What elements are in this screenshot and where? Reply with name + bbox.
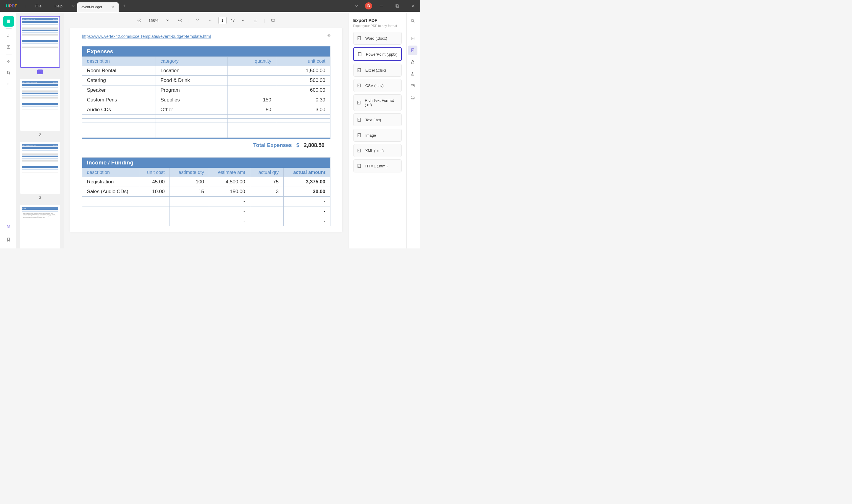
expenses-total: Total Expenses $ 2,808.50 [82, 142, 330, 148]
add-tab-button[interactable]: + [119, 3, 130, 8]
zoom-in-button[interactable] [176, 16, 184, 24]
ocr-icon: OCR [410, 36, 415, 41]
export-option[interactable]: HHTML (.html) [353, 159, 402, 173]
minimize-button[interactable] [375, 0, 388, 12]
user-avatar[interactable]: B [365, 2, 372, 10]
export-option[interactable]: RRich Text Format (.rtf) [353, 94, 402, 111]
maximize-button[interactable] [391, 0, 404, 12]
next-page-icon [240, 18, 245, 23]
thumbnail-panel: Event Budget - Seminarvertex42 1 Event B… [16, 13, 64, 249]
organize-icon [6, 59, 11, 64]
table-row: -- [82, 197, 330, 206]
export-option[interactable]: XExcel (.xlsx) [353, 64, 402, 77]
file-type-icon: I [357, 132, 362, 138]
table-row: Room RentalLocation1,500.00 [82, 66, 330, 76]
zoom-dropdown[interactable] [164, 16, 172, 24]
thumbnail-1[interactable]: Event Budget - Seminarvertex42 1 [19, 16, 61, 74]
mail-icon [410, 84, 415, 88]
layers-tool[interactable] [3, 221, 14, 232]
search-button[interactable] [408, 16, 417, 25]
export-option[interactable]: WWord (.docx) [353, 32, 402, 45]
svg-text:X: X [358, 70, 359, 71]
zoom-out-button[interactable] [135, 16, 144, 24]
redact-icon [6, 82, 11, 86]
svg-rect-6 [7, 62, 8, 63]
first-page-button[interactable] [194, 16, 202, 24]
last-page-button[interactable] [251, 16, 259, 24]
table-row: Custom PensSupplies1500.39 [82, 95, 330, 105]
copyright: © [327, 34, 330, 38]
mail-button[interactable] [408, 81, 417, 90]
crop-tool[interactable] [3, 68, 14, 78]
menu-help[interactable]: Help [48, 4, 69, 8]
svg-text:T: T [358, 119, 359, 121]
page-input[interactable] [218, 17, 226, 24]
svg-point-29 [411, 19, 414, 22]
print-button[interactable] [408, 93, 417, 102]
redact-tool[interactable] [3, 79, 14, 89]
tab-close-button[interactable]: ✕ [111, 5, 114, 10]
tab-dropdown[interactable] [69, 0, 77, 12]
prev-page-icon [208, 18, 213, 23]
organize-tool[interactable] [3, 56, 14, 67]
tab-label: event-budget [81, 5, 102, 9]
thumbnail-4[interactable]: HELP Lorem ipsum dolor sit amet consecte… [19, 205, 61, 249]
thumbnail-3[interactable]: Event Budget - Bike Racevertex42 3 [19, 142, 61, 200]
export-option[interactable]: XXML (.xml) [353, 144, 402, 157]
table-row: SpeakerProgram600.00 [82, 86, 330, 95]
reader-tool[interactable] [3, 16, 14, 26]
chevron-down-icon [165, 18, 170, 23]
document-page: https://www.vertex42.com/ExcelTemplates/… [70, 28, 342, 232]
thumbnail-number: 1 [37, 70, 43, 74]
export-option[interactable]: IImage [353, 129, 402, 142]
titlebar: UPDF | File Help event-budget ✕ + B [0, 0, 420, 12]
close-button[interactable] [406, 0, 420, 12]
svg-rect-37 [412, 98, 413, 100]
layers-icon [6, 224, 11, 229]
document-tab[interactable]: event-budget ✕ [77, 2, 119, 12]
table-title: Income / Funding [82, 158, 330, 168]
svg-rect-33 [412, 62, 414, 64]
share-button[interactable] [408, 69, 417, 79]
table-row: CateringFood & Drink500.00 [82, 76, 330, 86]
export-option-label: Text (.txt) [365, 118, 381, 122]
svg-text:X: X [358, 150, 359, 151]
table-row: Registration45.001004,500.00753,375.00 [82, 177, 330, 187]
presentation-button[interactable] [269, 16, 277, 24]
svg-text:R: R [358, 102, 359, 104]
export-option[interactable]: TText (.txt) [353, 113, 402, 126]
bookmark-tool[interactable] [3, 234, 14, 245]
export-button[interactable] [408, 46, 417, 55]
file-type-icon: X [357, 68, 362, 73]
next-page-button[interactable] [239, 16, 247, 24]
protect-button[interactable] [408, 57, 417, 67]
right-toolbar: OCR [406, 13, 418, 249]
edit-tool[interactable] [3, 42, 14, 52]
svg-rect-3 [7, 46, 10, 49]
page-total: / 7 [231, 18, 235, 22]
export-option-label: CSV (.csv) [365, 84, 384, 88]
search-icon [410, 18, 415, 23]
dropdown-button[interactable] [351, 0, 363, 12]
svg-rect-1 [396, 5, 399, 7]
ocr-button[interactable]: OCR [408, 34, 417, 43]
col-category: category [156, 57, 228, 66]
first-page-icon [195, 18, 200, 23]
file-type-icon: T [357, 117, 362, 123]
highlight-tool[interactable] [3, 31, 14, 41]
svg-text:I: I [358, 134, 359, 136]
export-option[interactable]: CCSV (.csv) [353, 79, 402, 92]
thumbnail-2[interactable]: Event Budget - Scout Campvertex42 2 [19, 79, 61, 137]
export-title: Export PDF [353, 18, 402, 23]
svg-rect-36 [411, 97, 414, 99]
file-type-icon: P [357, 52, 362, 57]
table-row: Audio CDsOther503.00 [82, 105, 330, 115]
prev-page-button[interactable] [206, 16, 214, 24]
edit-icon [6, 45, 11, 49]
menu-file[interactable]: File [29, 4, 48, 8]
export-option[interactable]: PPowerPoint (.pptx) [353, 47, 402, 61]
export-option-label: Image [365, 133, 376, 138]
thumbnail-number: 3 [37, 196, 43, 200]
source-link[interactable]: https://www.vertex42.com/ExcelTemplates/… [82, 34, 211, 39]
crop-icon [6, 70, 11, 75]
